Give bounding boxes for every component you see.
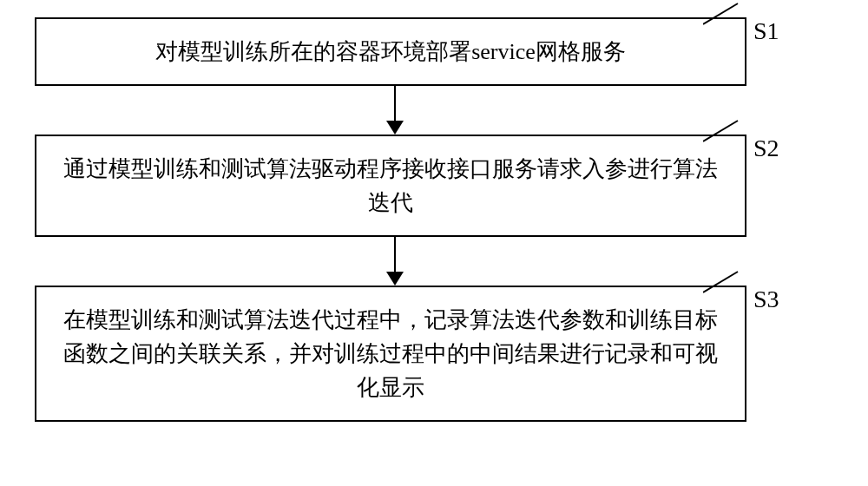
arrow-line-icon xyxy=(394,237,396,272)
flowchart-container: 对模型训练所在的容器环境部署service网格服务 S1 通过模型训练和测试算法… xyxy=(35,17,833,422)
step-1-label: S1 xyxy=(753,17,779,45)
arrow-line-icon xyxy=(394,86,396,121)
step-2-box: 通过模型训练和测试算法驱动程序接收接口服务请求入参进行算法迭代 xyxy=(35,135,746,237)
step-1-box: 对模型训练所在的容器环境部署service网格服务 xyxy=(35,17,746,86)
step-1-wrapper: 对模型训练所在的容器环境部署service网格服务 S1 xyxy=(35,17,833,86)
arrow-1-to-2 xyxy=(386,86,404,135)
step-2-wrapper: 通过模型训练和测试算法驱动程序接收接口服务请求入参进行算法迭代 S2 xyxy=(35,135,833,237)
arrow-head-icon xyxy=(386,272,404,286)
leader-line-3 xyxy=(703,284,746,301)
step-3-box: 在模型训练和测试算法迭代过程中，记录算法迭代参数和训练目标函数之间的关联关系，并… xyxy=(35,286,746,422)
leader-line-2 xyxy=(703,133,746,150)
step-2-text: 通过模型训练和测试算法驱动程序接收接口服务请求入参进行算法迭代 xyxy=(62,152,719,220)
step-3-text: 在模型训练和测试算法迭代过程中，记录算法迭代参数和训练目标函数之间的关联关系，并… xyxy=(62,303,719,404)
step-1-text: 对模型训练所在的容器环境部署service网格服务 xyxy=(155,35,626,69)
step-2-label: S2 xyxy=(753,135,779,162)
arrow-head-icon xyxy=(386,121,404,135)
step-3-label: S3 xyxy=(753,286,779,313)
leader-line-1 xyxy=(703,16,746,33)
step-3-wrapper: 在模型训练和测试算法迭代过程中，记录算法迭代参数和训练目标函数之间的关联关系，并… xyxy=(35,286,833,422)
arrow-2-to-3 xyxy=(386,237,404,286)
